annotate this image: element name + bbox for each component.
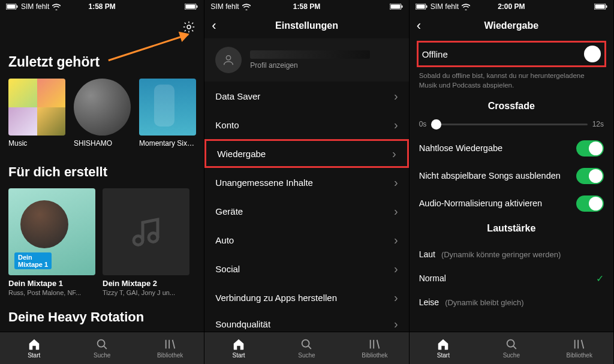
settings-playback[interactable]: Wiedergabe› bbox=[204, 139, 408, 168]
toggle-hide-unplayable[interactable]: Nicht abspielbare Songs ausblenden bbox=[419, 162, 604, 189]
toggle-thumb[interactable] bbox=[584, 46, 601, 62]
settings-explicit[interactable]: Unangemessene Inhalte› bbox=[204, 168, 408, 197]
svg-rect-16 bbox=[416, 5, 425, 9]
chevron-right-icon: › bbox=[394, 204, 398, 218]
tab-start[interactable]: Start bbox=[410, 332, 477, 364]
tab-search[interactable]: Suche bbox=[273, 332, 341, 364]
slider-thumb[interactable] bbox=[431, 119, 441, 130]
svg-rect-19 bbox=[595, 5, 604, 9]
switch-on[interactable] bbox=[576, 140, 604, 157]
svg-point-13 bbox=[227, 56, 231, 60]
wifi-icon bbox=[462, 4, 470, 10]
artist-tile[interactable]: SHISHAMO bbox=[74, 79, 131, 148]
chevron-right-icon: › bbox=[394, 118, 398, 132]
tab-library[interactable]: Bibliothek bbox=[136, 332, 204, 364]
tab-library[interactable]: Bibliothek bbox=[546, 332, 613, 364]
tab-bar: Start Suche Bibliothek bbox=[410, 332, 613, 364]
svg-rect-2 bbox=[17, 5, 18, 8]
tab-start[interactable]: Start bbox=[0, 332, 68, 364]
settings-social[interactable]: Social› bbox=[204, 254, 408, 283]
toggle-audio-normalization[interactable]: Audio-Normalisierung aktivieren bbox=[419, 189, 604, 217]
chevron-right-icon: › bbox=[394, 317, 398, 331]
section-recently-played: Zuletzt gehört bbox=[8, 54, 195, 70]
mixtape-tile[interactable]: Dein Mixtape 2 Tizzy T, GAI, Jony J un..… bbox=[103, 188, 189, 296]
offline-description: Sobald du offline bist, kannst du nur he… bbox=[419, 71, 604, 90]
settings-sound-quality[interactable]: Soundqualität› bbox=[204, 312, 408, 332]
switch-on[interactable] bbox=[576, 168, 604, 184]
carrier-label: SIM fehlt bbox=[210, 2, 239, 11]
mixtape-tile[interactable]: Dein Mixtape 1 Dein Mixtape 1 Russ, Post… bbox=[8, 188, 95, 296]
wifi-icon bbox=[52, 4, 61, 10]
offline-toggle-row[interactable]: Offline bbox=[417, 41, 606, 67]
section-heavy-rotation: Deine Heavy Rotation bbox=[8, 309, 195, 325]
toggle-gapless[interactable]: Nahtlose Wiedergabe bbox=[419, 134, 604, 162]
svg-rect-5 bbox=[197, 5, 198, 8]
tab-bar: Start Suche Bibliothek bbox=[204, 332, 408, 364]
svg-rect-11 bbox=[390, 5, 400, 9]
carrier-label: SIM fehlt bbox=[21, 2, 49, 11]
section-crossfade: Crossfade bbox=[419, 101, 604, 112]
svg-point-21 bbox=[507, 340, 514, 347]
section-volume: Lautstärke bbox=[419, 223, 604, 234]
page-title: Einstellungen bbox=[226, 20, 387, 31]
profile-view-link: Profil anzeigen bbox=[250, 61, 398, 70]
chevron-right-icon: › bbox=[392, 147, 396, 161]
crossfade-slider[interactable]: 0s 12s bbox=[419, 120, 604, 128]
battery-icon-right bbox=[594, 4, 607, 10]
svg-rect-17 bbox=[426, 5, 427, 8]
chevron-right-icon: › bbox=[394, 176, 398, 189]
settings-devices[interactable]: Geräte› bbox=[204, 197, 408, 225]
switch-on[interactable] bbox=[576, 195, 604, 212]
settings-app-connections[interactable]: Verbindung zu Apps herstellen› bbox=[204, 283, 408, 312]
battery-icon bbox=[6, 4, 18, 10]
svg-rect-1 bbox=[7, 5, 16, 9]
tab-library[interactable]: Bibliothek bbox=[341, 332, 408, 364]
chevron-right-icon: › bbox=[394, 291, 398, 305]
back-button[interactable]: ‹ bbox=[212, 18, 226, 34]
volume-option-loud[interactable]: Laut(Dynamik könnte geringer werden) bbox=[419, 242, 604, 266]
section-made-for-you: Für dich erstellt bbox=[8, 164, 195, 180]
tab-start[interactable]: Start bbox=[204, 332, 272, 364]
svg-rect-4 bbox=[186, 5, 195, 9]
page-title: Wiedergabe bbox=[431, 20, 592, 31]
settings-account[interactable]: Konto› bbox=[204, 110, 408, 139]
profile-row[interactable]: Profil anzeigen bbox=[204, 38, 408, 82]
tab-bar: Start Suche Bibliothek bbox=[0, 332, 204, 364]
status-bar: SIM fehlt 1:58 PM bbox=[204, 0, 408, 13]
volume-option-normal[interactable]: Normal✓ bbox=[419, 266, 604, 290]
chevron-right-icon: › bbox=[394, 233, 398, 247]
svg-point-6 bbox=[187, 25, 191, 29]
status-bar: SIM fehlt 2:00 PM bbox=[410, 0, 613, 13]
chevron-right-icon: › bbox=[394, 262, 398, 276]
battery-icon-right bbox=[185, 4, 198, 10]
settings-car[interactable]: Auto› bbox=[204, 225, 408, 254]
check-icon: ✓ bbox=[596, 273, 604, 284]
svg-point-14 bbox=[302, 340, 309, 347]
volume-option-quiet[interactable]: Leise(Dynamik bleibt gleich) bbox=[419, 290, 604, 314]
tab-search[interactable]: Suche bbox=[477, 332, 545, 364]
tab-search[interactable]: Suche bbox=[68, 332, 136, 364]
playlist-tile[interactable]: Music bbox=[8, 79, 65, 148]
status-bar: SIM fehlt 1:58 PM bbox=[0, 0, 204, 13]
battery-icon-right bbox=[390, 4, 403, 10]
wifi-icon bbox=[242, 4, 251, 10]
chevron-right-icon: › bbox=[394, 89, 398, 103]
settings-data-saver[interactable]: Data Saver› bbox=[204, 82, 408, 110]
album-tile[interactable]: Momentary Sixth Sense bbox=[139, 79, 196, 148]
svg-rect-20 bbox=[606, 5, 607, 8]
avatar bbox=[215, 47, 242, 73]
carrier-label: SIM fehlt bbox=[431, 2, 459, 11]
back-button[interactable]: ‹ bbox=[417, 18, 431, 34]
battery-icon bbox=[416, 4, 428, 10]
svg-point-9 bbox=[98, 340, 105, 347]
svg-rect-12 bbox=[401, 5, 402, 8]
profile-name-redacted bbox=[250, 50, 370, 59]
